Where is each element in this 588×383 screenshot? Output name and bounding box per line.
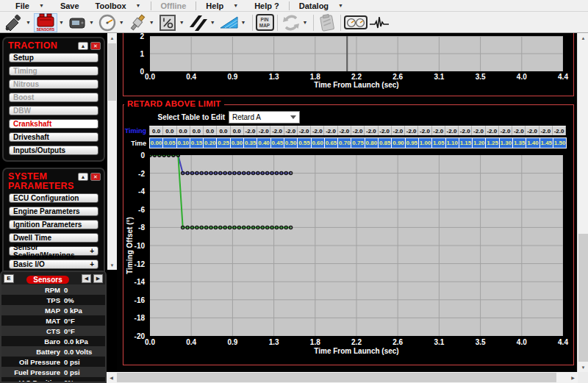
time-cell[interactable]: 0.55	[297, 137, 311, 148]
time-cell[interactable]: 1.10	[445, 137, 459, 148]
time-cell[interactable]: 1.30	[499, 137, 513, 148]
timing-cell[interactable]: -2.0	[270, 126, 284, 135]
menu-help[interactable]: Help▼	[198, 1, 246, 10]
handheld-tuner-button[interactable]	[67, 13, 87, 32]
time-cell[interactable]: 0.00	[149, 137, 163, 148]
time-cell[interactable]: 0.40	[257, 137, 270, 148]
time-cell[interactable]: 0.75	[351, 137, 365, 148]
chevron-down-icon[interactable]: ▼	[179, 20, 184, 25]
timing-cell[interactable]: -2.0	[526, 126, 539, 135]
spark-plug-button[interactable]	[127, 13, 148, 32]
timing-cell[interactable]: -2.0	[459, 126, 472, 135]
sidebar-item-driveshaft[interactable]: Driveshaft	[9, 132, 98, 142]
timing-cell[interactable]: -2.0	[553, 126, 566, 135]
main-vertical-scrollbar[interactable]: ▲ ▼	[577, 33, 588, 372]
menu-toolbox[interactable]: Toolbox▼	[87, 1, 149, 10]
timing-cell[interactable]: -2.0	[432, 126, 445, 135]
time-cell[interactable]: 1.45	[539, 137, 553, 148]
time-cell[interactable]: 0.65	[324, 137, 338, 148]
timing-cell[interactable]: -2.0	[418, 126, 431, 135]
time-cell[interactable]: 0.30	[230, 137, 244, 148]
timing-cell[interactable]: -2.0	[311, 126, 324, 135]
timing-cell[interactable]: -2.0	[445, 126, 459, 135]
time-cell[interactable]: 0.85	[378, 137, 392, 148]
sensors-edit-button[interactable]: E	[4, 274, 14, 283]
chevron-down-icon[interactable]: ▼	[89, 20, 94, 25]
timing-cell[interactable]: -2.0	[284, 126, 298, 135]
timing-cell[interactable]: 0.0	[177, 126, 190, 135]
time-cell[interactable]: 1.40	[526, 137, 539, 148]
time-cell[interactable]: 1.35	[512, 137, 526, 148]
timing-cell[interactable]: -2.0	[298, 126, 311, 135]
time-cell[interactable]: 1.20	[472, 137, 486, 148]
chevron-down-icon[interactable]: ▼	[26, 20, 31, 25]
menu-file[interactable]: File▼	[7, 1, 52, 10]
timing-cell[interactable]: -2.0	[472, 126, 485, 135]
timing-cell[interactable]: 0.0	[149, 126, 163, 135]
time-cell[interactable]: 1.25	[485, 137, 499, 148]
time-cell[interactable]: 0.10	[176, 137, 190, 148]
table-select-dropdown[interactable]: Retard A	[229, 111, 300, 124]
sidebar-item-inputs-outputs[interactable]: Inputs/Outputs	[9, 146, 98, 155]
scrollbar-thumb[interactable]	[578, 234, 588, 362]
main-horizontal-scrollbar[interactable]: ◀ ▶	[107, 372, 578, 383]
close-icon[interactable]: ✕	[90, 42, 101, 50]
sensors-button[interactable]: SENSORS	[34, 13, 57, 32]
timing-cell[interactable]: -2.0	[405, 126, 418, 135]
chevron-down-icon[interactable]: ▼	[210, 20, 215, 25]
gauge-button[interactable]	[97, 13, 118, 32]
timing-cell[interactable]: -2.0	[539, 126, 553, 135]
scroll-up-icon[interactable]: ▲	[578, 33, 588, 43]
menu-offline[interactable]: Offline	[153, 1, 195, 10]
time-cell[interactable]: 0.70	[337, 137, 351, 148]
sensors-prev-button[interactable]: ◀	[82, 274, 91, 283]
collapse-icon[interactable]: ▲	[78, 42, 88, 50]
io-setup-button[interactable]	[157, 13, 178, 32]
time-cell[interactable]: 1.05	[431, 137, 445, 148]
chevron-down-icon[interactable]: ▼	[241, 20, 246, 25]
sync-button[interactable]	[281, 13, 301, 32]
menu-help-[interactable]: Help ?	[246, 1, 287, 10]
timing-cell[interactable]: -2.0	[499, 126, 512, 135]
chevron-down-icon[interactable]: ▼	[119, 20, 124, 25]
sidebar-item-basic-i-o[interactable]: Basic I/O+	[9, 259, 98, 269]
timing-cell[interactable]: -2.0	[486, 126, 499, 135]
time-cell[interactable]: 0.25	[216, 137, 230, 148]
timing-cell[interactable]: 0.0	[231, 126, 244, 135]
scrollbar-thumb[interactable]	[108, 43, 116, 101]
timing-cell[interactable]: -2.0	[257, 126, 270, 135]
sidebar-item-sensor-scaling-warnings[interactable]: Sensor Scaling/Warnings+	[9, 246, 98, 256]
time-cell[interactable]: 0.35	[243, 137, 257, 148]
collapse-icon[interactable]: ▲	[78, 173, 88, 181]
time-cell[interactable]: 0.60	[311, 137, 325, 148]
fuel-map-button[interactable]	[218, 13, 240, 32]
timing-button[interactable]	[187, 13, 209, 32]
scope-button[interactable]	[368, 13, 391, 32]
time-cell[interactable]: 0.15	[190, 137, 204, 148]
timing-cell[interactable]: -2.0	[365, 126, 378, 135]
sidebar-item-setup[interactable]: Setup	[9, 53, 98, 62]
timing-cell[interactable]: -2.0	[244, 126, 257, 135]
time-cell[interactable]: 0.80	[365, 137, 379, 148]
timing-cell[interactable]: 0.0	[217, 126, 230, 135]
pin-map-button[interactable]: PIN MAP	[256, 14, 274, 31]
menu-save[interactable]: Save	[52, 1, 87, 10]
scroll-down-icon[interactable]: ▼	[107, 260, 117, 270]
timing-cell[interactable]: -2.0	[338, 126, 351, 135]
sidebar-item-ignition-parameters[interactable]: Ignition Parameters	[9, 220, 98, 229]
retard-chart-plot[interactable]	[150, 155, 563, 336]
timing-cell[interactable]: -2.0	[324, 126, 337, 135]
timing-cell[interactable]: 0.0	[163, 126, 176, 135]
timing-cell[interactable]: 0.0	[204, 126, 217, 135]
sidebar-scrollbar[interactable]: ▲ ▼	[107, 33, 117, 270]
injector-button[interactable]	[4, 13, 24, 32]
launch-chart-plot[interactable]	[150, 36, 563, 71]
time-cell[interactable]: 1.00	[418, 137, 432, 148]
scrollbar-thumb[interactable]	[117, 373, 556, 382]
time-cell[interactable]: 0.95	[405, 137, 419, 148]
timing-cell[interactable]: 0.0	[190, 126, 204, 135]
time-cell[interactable]: 1.15	[459, 137, 473, 148]
timing-cell[interactable]: -2.0	[392, 126, 405, 135]
time-cell[interactable]: 0.45	[270, 137, 284, 148]
scroll-right-icon[interactable]: ▶	[568, 372, 578, 383]
